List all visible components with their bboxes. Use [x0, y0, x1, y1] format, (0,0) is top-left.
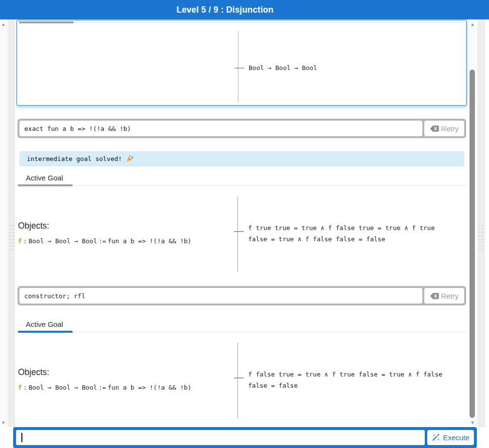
hypothesis-line: f:Bool → Bool → Bool:=fun a b => !(!a &&…	[18, 384, 191, 391]
goal-tab-bar: Active Goal	[16, 318, 468, 333]
goal-tick-mark	[234, 377, 244, 378]
proof-history-panel: Bool → Bool → Bool Retry intermediate go…	[16, 19, 468, 427]
scrollbar-thumb[interactable]	[470, 70, 475, 418]
magic-wand-icon	[432, 433, 440, 442]
drag-handle-icon[interactable]	[10, 225, 14, 252]
execute-button[interactable]: Execute	[427, 430, 474, 445]
goal-type-text: Bool → Bool → Bool	[249, 64, 317, 72]
objects-heading: Objects:	[18, 367, 49, 377]
right-scrollbar[interactable]: ▲ ▼	[468, 19, 477, 427]
hypothesis-line: f:Bool → Bool → Bool:=fun a b => !(!a &&…	[18, 237, 191, 245]
goal-tab-bar: Active Goal	[16, 172, 468, 186]
scroll-down-icon[interactable]: ▼	[0, 420, 7, 425]
tab-underline-track	[18, 185, 465, 186]
retry-button-label: Retry	[441, 125, 459, 133]
tab-underline-track	[19, 22, 464, 23]
command-input[interactable]	[19, 121, 422, 136]
tab-underline-indicator	[19, 21, 73, 23]
hypothesis-def-symbol: :=	[99, 384, 107, 391]
goal-display-section: Objects: f:Bool → Bool → Bool:=fun a b =…	[16, 333, 468, 426]
hypothesis-type: Bool → Bool → Bool	[29, 384, 97, 391]
hypothesis-def-symbol: :=	[99, 237, 107, 245]
delete-left-icon	[430, 125, 439, 132]
command-input[interactable]	[19, 288, 422, 304]
hypothesis-name: f	[18, 384, 22, 391]
goal-divider-line	[238, 31, 238, 102]
goal-divider-line	[237, 197, 238, 272]
message-text: intermediate goal solved!	[27, 155, 122, 162]
goal-display-section: Objects: f:Bool → Bool → Bool:=fun a b =…	[16, 186, 468, 274]
goal-statement: f true true = true ∧ f false true = true…	[248, 222, 449, 245]
scroll-down-icon[interactable]: ▼	[468, 420, 477, 425]
hypothesis-value: fun a b => !(!a && !b)	[108, 384, 191, 391]
hypothesis-name: f	[18, 237, 22, 245]
goal-solved-message: intermediate goal solved!	[19, 151, 464, 166]
hypothesis-type: Bool → Bool → Bool	[29, 237, 97, 245]
tab-underline-track	[18, 332, 465, 332]
left-scrollbar[interactable]: ▲ ▼	[0, 19, 7, 427]
party-popper-icon	[126, 155, 134, 163]
retry-button-label: Retry	[441, 292, 459, 300]
focused-goal-panel: Bool → Bool → Bool	[17, 20, 467, 106]
objects-heading: Objects:	[18, 221, 49, 231]
hypothesis-colon: :	[23, 384, 27, 391]
tactic-input[interactable]	[16, 430, 425, 445]
hypothesis-colon: :	[23, 237, 27, 245]
retry-button[interactable]: Retry	[424, 121, 464, 136]
goal-divider-line	[237, 343, 238, 418]
scroll-up-icon[interactable]: ▲	[0, 22, 7, 27]
scroll-up-icon[interactable]: ▲	[468, 22, 477, 27]
command-row: Retry	[18, 119, 466, 138]
tactic-input-bar: Execute	[13, 427, 477, 448]
level-header: Level 5 / 9 : Disjunction	[0, 0, 489, 19]
command-row: Retry	[18, 286, 466, 305]
delete-left-icon	[430, 293, 439, 299]
level-title: Level 5 / 9 : Disjunction	[0, 0, 450, 19]
hypothesis-value: fun a b => !(!a && !b)	[108, 237, 191, 245]
retry-button[interactable]: Retry	[424, 288, 464, 304]
text-cursor	[21, 433, 22, 442]
goal-statement: f false true = true ∧ f true false = tru…	[248, 369, 449, 391]
goal-tick-mark	[235, 68, 244, 69]
drag-handle-icon[interactable]	[479, 225, 483, 252]
right-resize-gutter[interactable]	[477, 19, 485, 427]
left-resize-gutter[interactable]	[8, 19, 15, 427]
goal-tick-mark	[234, 231, 244, 232]
tab-active-goal[interactable]: Active Goal	[26, 318, 63, 331]
tab-active-goal[interactable]: Active Goal	[26, 172, 63, 184]
execute-button-label: Execute	[443, 433, 469, 442]
